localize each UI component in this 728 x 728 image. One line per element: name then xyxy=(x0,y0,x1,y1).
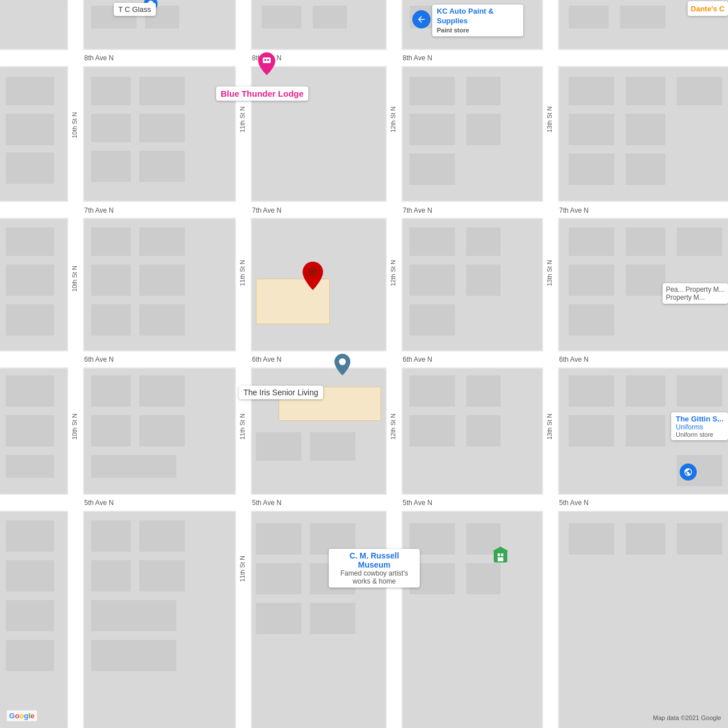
building-r4c4b xyxy=(466,375,500,407)
building-r3c5a xyxy=(569,228,614,256)
building-r2c5e xyxy=(626,114,665,145)
building-r2c1b xyxy=(6,114,54,145)
building-r4c3a xyxy=(256,432,301,461)
building-r5c5a xyxy=(569,523,614,555)
building-r4c4d xyxy=(466,415,500,446)
building-r2c4d xyxy=(466,114,500,145)
kc-auto-label[interactable]: KC Auto Paint & Supplies Paint store xyxy=(432,5,523,36)
label-10th-st-n-r1: 10th St N xyxy=(71,91,78,159)
google-logo: Google xyxy=(7,710,37,721)
label-11th-st-n-r4: 11th St N xyxy=(239,540,246,597)
building-r5c5b xyxy=(626,523,665,555)
label-7th-ave-n-mid: 7th Ave N xyxy=(252,206,282,214)
building-r5c3f xyxy=(310,603,355,634)
cm-russell-label[interactable]: C. M. Russell Museum Famed cowboy artist… xyxy=(329,549,420,588)
dantes-label[interactable]: Dante's C xyxy=(688,1,728,16)
svg-rect-2 xyxy=(264,59,266,61)
map-attribution: Map data ©2021 Google xyxy=(653,714,721,721)
main-location-pin[interactable] xyxy=(303,262,320,284)
building-r3c5d xyxy=(569,264,614,296)
label-5th-ave-n-left: 5th Ave N xyxy=(84,499,114,507)
building-r4c5b xyxy=(626,375,665,407)
building-r4c1a xyxy=(6,375,54,407)
building-r5c2a xyxy=(91,520,131,552)
blue-thunder-pin[interactable] xyxy=(258,52,274,74)
gittin-label[interactable]: The Gittin S... Uniforms Uniform store xyxy=(671,412,728,440)
cm-russell-pin[interactable] xyxy=(493,547,508,569)
building-r2c2d xyxy=(139,114,185,142)
building-r5c3e xyxy=(256,603,301,634)
label-10th-st-n-r2: 10th St N xyxy=(71,245,78,313)
label-11th-st-n-r3: 11th St N xyxy=(239,398,246,455)
iris-pin[interactable] xyxy=(334,354,350,375)
label-8th-ave-n-left: 8th Ave N xyxy=(84,54,114,62)
blue-thunder-label[interactable]: Blue Thunder Lodge xyxy=(216,86,308,101)
building-r4c1b xyxy=(6,415,54,446)
svg-rect-8 xyxy=(501,553,503,556)
map-container[interactable]: 8th Ave N 8th Ave N 8th Ave N 7th Ave N … xyxy=(0,0,728,728)
building-r2c2c xyxy=(91,114,131,142)
building-r3c2a xyxy=(91,228,131,256)
label-13th-st-n-r1: 13th St N xyxy=(546,85,553,154)
building-r2c2f xyxy=(139,151,185,182)
label-12th-st-n-r2: 12th St N xyxy=(390,239,396,307)
building-r3c5b xyxy=(626,228,665,256)
block-r1-c1 xyxy=(0,0,67,49)
label-10th-st-n-r3: 10th St N xyxy=(71,398,78,455)
iris-label[interactable]: The Iris Senior Living xyxy=(239,386,323,399)
building-r5c2b xyxy=(139,520,185,552)
label-6th-ave-n-far-right: 6th Ave N xyxy=(559,355,589,363)
building-r3c1a xyxy=(6,228,54,256)
building-r4c4c xyxy=(410,415,455,446)
building-r1c5b xyxy=(620,6,665,28)
building-r4c2a xyxy=(91,375,131,407)
building-r3c4a xyxy=(410,228,455,256)
label-12th-st-n-r3: 12th St N xyxy=(390,398,396,455)
label-7th-ave-n-left: 7th Ave N xyxy=(84,206,114,214)
tc-glass-label[interactable]: T C Glass xyxy=(114,3,156,16)
building-r2c5g xyxy=(626,154,665,185)
svg-rect-7 xyxy=(498,553,500,556)
building-r2c1a xyxy=(6,77,54,105)
building-r5c3a xyxy=(256,523,301,555)
building-r1c3a xyxy=(262,6,301,28)
building-r4c2b xyxy=(139,375,185,407)
gittin-pin[interactable] xyxy=(680,464,697,481)
svg-rect-9 xyxy=(498,557,503,561)
svg-rect-3 xyxy=(267,59,269,61)
label-6th-ave-n-left: 6th Ave N xyxy=(84,355,114,363)
building-r4c5e xyxy=(626,415,665,446)
building-r4c4a xyxy=(410,375,455,407)
building-r5c2d xyxy=(139,560,185,592)
svg-point-10 xyxy=(308,267,317,276)
building-r3c2c xyxy=(91,264,131,296)
label-8th-ave-n-right: 8th Ave N xyxy=(403,54,432,62)
building-r3c2b xyxy=(139,228,185,256)
building-r4c1c xyxy=(6,455,54,478)
building-r2c1c xyxy=(6,152,54,184)
building-r3c2e xyxy=(91,304,131,336)
building-r4c3b xyxy=(310,432,355,461)
building-r3c2d xyxy=(139,264,185,296)
building-r2c2a xyxy=(91,77,131,105)
building-r3c5e xyxy=(626,264,665,296)
pearl-property-label[interactable]: Pea... Property M... Property M... xyxy=(663,283,728,304)
building-r2c4b xyxy=(466,77,500,105)
building-r3c4b xyxy=(466,228,500,256)
building-r3c1c xyxy=(6,304,54,336)
building-r2c4c xyxy=(410,114,455,145)
label-6th-ave-n-right: 6th Ave N xyxy=(403,355,432,363)
kc-auto-pin[interactable] xyxy=(412,10,431,28)
label-5th-ave-n-far-right: 5th Ave N xyxy=(559,499,589,507)
building-r2c4e xyxy=(410,154,455,185)
building-r1c5a xyxy=(569,6,609,28)
building-r2c5d xyxy=(569,114,614,145)
building-r3c4d xyxy=(466,264,500,296)
building-r1c3b xyxy=(313,6,347,28)
building-r2c2b xyxy=(139,77,185,105)
building-r5c5c xyxy=(677,523,722,555)
label-6th-ave-n-mid: 6th Ave N xyxy=(252,355,282,363)
svg-point-4 xyxy=(339,358,346,365)
building-r3c4c xyxy=(410,264,455,296)
building-r4c5a xyxy=(569,375,614,407)
